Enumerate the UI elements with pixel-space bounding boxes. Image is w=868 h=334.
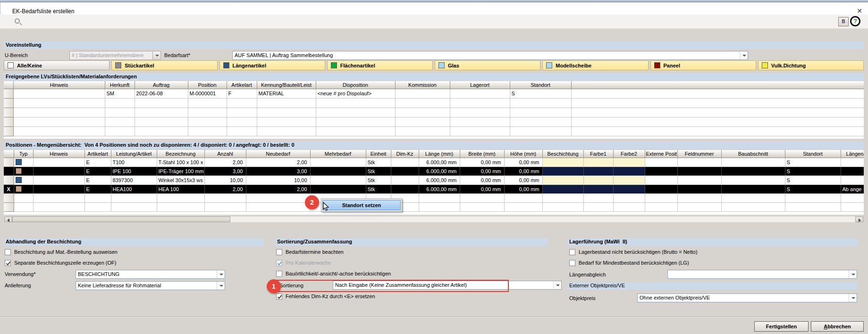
cell-anzahl[interactable]: 3,00 <box>204 167 246 175</box>
cell-externe-position[interactable] <box>645 184 677 193</box>
cell-einheit[interactable]: Stk <box>366 158 391 167</box>
column-header[interactable]: Artikelart <box>227 81 257 89</box>
cell-farbe1[interactable] <box>583 184 613 193</box>
column-header[interactable]: Beschichtung <box>542 150 583 158</box>
checkbox-mindestbestand[interactable]: Bedarf für Mindestbestand berücksichtige… <box>569 259 689 266</box>
cell-artikelart[interactable]: E <box>84 175 111 184</box>
cell-breite[interactable]: 0,00 mm <box>460 175 504 184</box>
cell-typ[interactable] <box>14 158 33 167</box>
checkbox-bauoertlichkeit[interactable]: Bauörtlichkeit/-ansicht/-achse berücksic… <box>276 270 391 277</box>
cell-standort[interactable]: S <box>785 184 841 193</box>
cell-position[interactable]: M-0000001 <box>188 89 227 98</box>
cell-artikel[interactable]: HEA100 <box>111 184 157 193</box>
checkbox-separate-beschichtungszeile[interactable]: Separate Beschichtungszeile erzeugen (OF… <box>5 259 116 266</box>
search-icon[interactable] <box>15 18 20 24</box>
position-row-selected[interactable]: X E HEA100 HEA 100 2,00 2,00 Stk 6.000,0… <box>4 184 864 193</box>
cell-artikel[interactable]: T100 <box>111 158 157 167</box>
column-header[interactable]: Feldnummer <box>677 150 721 158</box>
scroll-left-button[interactable] <box>4 217 12 222</box>
cell-farbe1[interactable] <box>583 167 613 175</box>
cell-farbe2[interactable] <box>613 184 645 193</box>
released-empty-row[interactable] <box>4 98 864 108</box>
cell-mehrbedarf[interactable] <box>310 158 366 167</box>
row-selector[interactable] <box>4 167 14 175</box>
category-button-flaechenartikel[interactable]: Flächenartikel <box>327 60 433 70</box>
cell-einheit[interactable]: Stk <box>366 175 391 184</box>
column-header[interactable]: Neubedarf <box>246 150 310 158</box>
cell-farbe1[interactable] <box>583 158 613 167</box>
position-empty-row[interactable] <box>4 202 864 211</box>
cell-feldnummer[interactable] <box>677 167 721 175</box>
objektpreis-select[interactable]: Ohne externen Objektpreis/VE <box>637 293 857 302</box>
verwendung-select[interactable]: BESCHICHTUNG <box>76 270 225 279</box>
cell-beschichtung[interactable] <box>542 167 583 175</box>
category-button-laengenartikel[interactable]: Längenartikel <box>219 60 325 70</box>
cell-standort[interactable]: S <box>785 167 841 175</box>
finish-button[interactable]: Fertigstellen <box>754 321 809 332</box>
checkbox-beschichtung-ausweisen[interactable]: Beschichtung auf Mat.-Bestellung ausweis… <box>5 249 118 255</box>
cancel-button[interactable]: Abbrechen <box>811 321 864 332</box>
close-icon[interactable]: ✕ <box>857 7 862 15</box>
row-selector[interactable]: X <box>4 184 14 193</box>
category-button-vulk-dichtung[interactable]: Vulk.Dichtung <box>758 60 864 70</box>
cell-farbe2[interactable] <box>613 175 645 184</box>
cell-artikelart[interactable]: F <box>227 89 257 98</box>
column-header[interactable]: Bezeichnung <box>157 150 204 158</box>
cell-farbe1[interactable] <box>583 175 613 184</box>
cell-bezeichnung[interactable]: IPE-Träger 100 mm <box>157 167 204 175</box>
column-header[interactable]: Lagerort <box>450 81 510 89</box>
cell-dimkz[interactable] <box>391 175 419 184</box>
cell-laenge[interactable]: 6.000,00 mm <box>419 184 460 193</box>
cell-hoehe[interactable]: 0,00 mm <box>504 175 542 184</box>
cell-laenge[interactable]: 6.000,00 mm <box>419 158 460 167</box>
row-selector[interactable] <box>4 89 13 98</box>
cell-typ[interactable] <box>14 184 33 193</box>
cell-laenge[interactable]: 6.000,00 mm <box>419 175 460 184</box>
cell-artikelart[interactable]: E <box>84 158 111 167</box>
cell-dimkz[interactable] <box>391 184 419 193</box>
cell-artikelart[interactable]: E <box>84 184 111 193</box>
cell-bauabschnitt[interactable] <box>721 175 785 184</box>
cell-disposition[interactable]: <neue # pro Dispolauf> <box>316 89 395 98</box>
column-header[interactable]: Leistung/Artikel <box>111 150 157 158</box>
cell-bauabschnitt[interactable] <box>721 158 785 167</box>
cell-bezeichnung[interactable]: HEA 100 <box>157 184 204 193</box>
position-row[interactable]: E 8397300 Winkel 30x15x3 ws 10,00 10,00 … <box>4 175 864 184</box>
cell-hinweis[interactable] <box>33 175 84 184</box>
column-header[interactable]: Längena <box>841 150 864 158</box>
category-button-stueckartikel[interactable]: Stückartikel <box>111 60 217 70</box>
cell-neubedarf[interactable]: 10,00 <box>246 175 310 184</box>
scroll-right-button[interactable] <box>855 217 863 222</box>
cell-beschichtung[interactable] <box>542 184 583 193</box>
cell-farbe2[interactable] <box>613 167 645 175</box>
column-header[interactable]: Hinweis <box>13 81 105 89</box>
cell-neubedarf[interactable]: 2,00 <box>246 158 310 167</box>
cell-hinweis[interactable] <box>33 184 84 193</box>
cell-anzahl[interactable]: 10,00 <box>204 175 246 184</box>
cell-standort[interactable]: S <box>510 89 571 98</box>
cell-breite[interactable]: 0,00 mm <box>460 167 504 175</box>
cell-externe-position[interactable] <box>645 175 677 184</box>
released-empty-row[interactable] <box>4 108 864 117</box>
checkbox-lagerbestand[interactable]: Lagerbestand nicht berücksichtigen (Brut… <box>569 249 698 255</box>
column-header[interactable]: Mehrbedarf <box>310 150 366 158</box>
position-row[interactable]: E T100 T-Stahl 100 x 100 x 2,00 2,00 Stk… <box>4 158 864 167</box>
cell-kennung[interactable]: MATERIAL <box>257 89 316 98</box>
column-header[interactable]: Standort <box>510 81 571 89</box>
category-button-glas[interactable]: Glas <box>435 60 540 70</box>
cell-laengena[interactable] <box>841 158 864 167</box>
cell-dimkz[interactable] <box>391 167 419 175</box>
u-bereich-select[interactable]: # | Standardunternehmensbere <box>69 51 161 60</box>
cell-typ[interactable] <box>14 175 33 184</box>
column-header[interactable]: Hinweis <box>33 150 84 158</box>
help-icon[interactable]: ? <box>850 16 860 26</box>
cell-mehrbedarf[interactable] <box>310 184 366 193</box>
cell-mehrbedarf[interactable] <box>310 175 366 184</box>
cell-hoehe[interactable]: 0,00 mm <box>504 158 542 167</box>
column-header[interactable]: Dim-Kz <box>391 150 419 158</box>
cell-farbe2[interactable] <box>613 158 645 167</box>
cell-externe-position[interactable] <box>645 158 677 167</box>
column-header[interactable]: Bauabschnitt <box>721 150 785 158</box>
position-row[interactable]: E IPE 100 IPE-Träger 100 mm 3,00 3,00 St… <box>4 167 864 175</box>
cell-hinweis[interactable] <box>13 89 105 98</box>
